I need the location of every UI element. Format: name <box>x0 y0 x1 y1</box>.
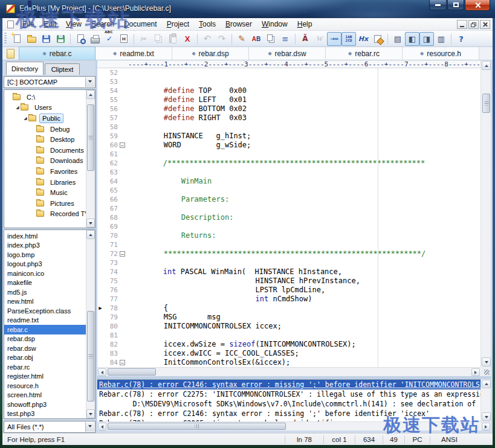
fold-toggle-icon[interactable] <box>120 86 128 95</box>
highlight-marker-button[interactable]: ✎ <box>235 32 249 46</box>
scroll-right-button[interactable] <box>482 423 490 430</box>
resize-grip-icon[interactable] <box>484 370 490 375</box>
toolbar-separator[interactable] <box>293 32 298 46</box>
file-list-item[interactable]: rebar.dsw <box>4 344 95 353</box>
code-line[interactable]: 56 <box>97 104 480 114</box>
scroll-up-button[interactable] <box>86 90 95 99</box>
code-line[interactable]: 57 HINSTANCE g_hInst; <box>97 114 480 123</box>
scroll-thumb[interactable] <box>482 94 490 113</box>
tree-expander-icon[interactable]: ◢ <box>22 116 28 121</box>
fold-toggle-icon[interactable] <box>120 168 128 177</box>
open-file-button[interactable] <box>24 32 39 46</box>
code-line[interactable]: 81 iccex.dwICC = ICC_COOL_CLASSES; <box>97 331 480 340</box>
menu-browser[interactable]: Browser <box>221 19 257 30</box>
output-horizontal-scrollbar[interactable] <box>97 421 491 430</box>
file-list-item[interactable]: showoff.php3 <box>4 400 95 409</box>
file-list-item[interactable]: test.php3 <box>4 409 95 419</box>
tab-rebar-rc[interactable]: ◆ rebar.rc <box>326 47 403 60</box>
set-font-button[interactable]: Ã <box>298 32 312 46</box>
code-line[interactable]: 55 #define RIGHT 0x03 <box>97 95 480 104</box>
copy-button[interactable] <box>151 32 166 46</box>
menu-search[interactable]: Search <box>86 19 119 30</box>
code-line[interactable]: 58 WORD g_wSide; <box>97 123 480 132</box>
cut-button[interactable]: ✂ <box>137 32 151 46</box>
print-preview-button[interactable] <box>73 32 88 46</box>
code-line[interactable]: 65 <box>97 186 480 195</box>
fold-toggle-icon[interactable] <box>120 222 128 231</box>
code-line[interactable]: 73 HINSTANCE hPrevInstance, <box>97 258 480 267</box>
code-editor[interactable]: 52 #define TOP 0x00 53 #define LEFT 0x01… <box>97 68 480 367</box>
file-list-item[interactable]: rebar.obj <box>4 353 95 363</box>
fold-toggle-icon[interactable] <box>120 331 128 340</box>
code-line[interactable]: 70 *************************************… <box>97 231 480 240</box>
code-line[interactable]: ▶ 78 INITCOMMONCONTROLSEX iccex; <box>97 304 480 313</box>
tree-item[interactable]: ◢ Users <box>4 103 95 114</box>
file-list-item[interactable]: makefile <box>4 278 95 288</box>
hex-viewer-button[interactable]: Hx <box>356 32 370 46</box>
file-list[interactable]: index.html index.php3 logo.bmp logout.ph… <box>4 229 95 419</box>
code-line[interactable]: 79 <box>97 313 480 322</box>
output-line[interactable]: Rebar.c(78) : error C2146: syntax error … <box>97 380 480 389</box>
fold-toggle-icon[interactable] <box>120 114 128 123</box>
code-line[interactable]: 80 iccex.dwSize = sizeof(INITCOMMONCONTR… <box>97 322 480 331</box>
file-list-item[interactable]: ParseException.class <box>4 306 95 316</box>
toolbar-separator[interactable] <box>229 32 235 46</box>
new-file-button[interactable] <box>10 32 24 46</box>
tab-readme-txt[interactable]: ◆ readme.txt <box>95 47 172 60</box>
fold-toggle-icon[interactable] <box>120 213 128 222</box>
menu-edit[interactable]: Edit <box>39 19 61 30</box>
directory-tree[interactable]: C:\ ◢ Users ◢ Public <box>4 89 95 228</box>
scroll-up-button[interactable] <box>482 61 491 70</box>
code-line[interactable]: 75 int nCmdShow) <box>97 277 480 286</box>
tab-cliptext[interactable]: Cliptext <box>45 63 80 75</box>
toolbar-grip[interactable] <box>4 33 7 45</box>
code-line[interactable]: 66 Description: <box>97 195 480 204</box>
tree-item[interactable]: Favorites <box>4 166 95 177</box>
code-line[interactable]: 59 <box>97 132 480 141</box>
code-line[interactable]: 63 <box>97 168 480 177</box>
fold-toggle-icon[interactable] <box>120 313 128 322</box>
html-bar-button[interactable]: H <box>117 32 131 46</box>
print-button[interactable] <box>88 32 102 46</box>
fold-toggle-icon[interactable] <box>120 77 128 86</box>
output-window[interactable]: Rebar.c(78) : error C2146: syntax error … <box>97 379 480 421</box>
fold-toggle-icon[interactable] <box>120 95 128 104</box>
close-button[interactable] <box>465 0 490 11</box>
fold-toggle-icon[interactable] <box>120 286 128 295</box>
tree-item[interactable]: Documents <box>4 145 95 156</box>
code-line[interactable]: 71 <box>97 240 480 249</box>
file-list-item[interactable]: index.html <box>4 231 95 241</box>
output-line[interactable]: Rebar.c(78) : error C2146: syntax error … <box>97 409 480 418</box>
tree-item[interactable]: Music <box>4 187 95 198</box>
file-list-item[interactable]: new.html <box>4 297 95 307</box>
fold-toggle-icon[interactable] <box>120 349 128 358</box>
editor-horizontal-scrollbar[interactable] <box>97 367 480 376</box>
document-menu-icon[interactable] <box>7 21 14 28</box>
fold-toggle-icon[interactable]: − <box>120 142 125 148</box>
menu-project[interactable]: Project <box>162 19 194 30</box>
tree-item[interactable]: Desktop <box>4 134 95 145</box>
menu-document[interactable]: Document <box>119 19 162 30</box>
preferences-button[interactable] <box>370 32 385 46</box>
scroll-down-button[interactable] <box>86 409 95 418</box>
tree-expander-icon[interactable]: ◢ <box>15 105 21 110</box>
toggle-cliptext-window-button[interactable]: ◨ <box>419 32 434 46</box>
tree-scrollbar[interactable] <box>86 90 95 228</box>
line-number-button[interactable]: 1AB 2CD <box>341 32 356 46</box>
fold-toggle-icon[interactable] <box>120 304 128 313</box>
copy-append-button[interactable] <box>264 32 278 46</box>
drive-select-arrow[interactable] <box>85 77 94 87</box>
scroll-right-button[interactable] <box>471 368 480 376</box>
scroll-thumb[interactable] <box>87 311 94 402</box>
delete-button[interactable]: X <box>180 32 195 46</box>
output-vertical-scrollbar[interactable] <box>480 379 491 421</box>
maximize-button[interactable] <box>447 0 464 10</box>
fold-toggle-icon[interactable] <box>120 132 128 141</box>
fold-toggle-icon[interactable] <box>120 340 128 349</box>
find-replace-button[interactable]: AB <box>249 32 264 46</box>
fold-toggle-icon[interactable] <box>120 322 128 331</box>
tree-item[interactable]: Pictures <box>4 198 95 209</box>
tab-rebar-dsp[interactable]: ◆ rebar.dsp <box>172 47 249 60</box>
paste-button[interactable] <box>166 32 180 46</box>
save-all-button[interactable] <box>53 32 68 46</box>
